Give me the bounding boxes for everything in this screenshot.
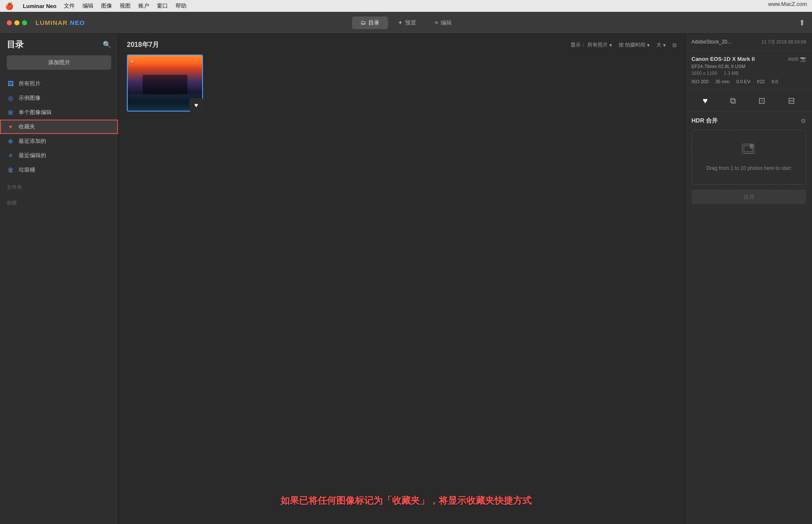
add-photos-button[interactable]: 添加照片 <box>7 55 111 70</box>
aperture: f/22 <box>757 79 765 84</box>
maximize-button[interactable] <box>22 20 27 25</box>
content-month: 2018年7月 <box>127 41 159 49</box>
merge-button[interactable]: 合并 <box>691 190 806 204</box>
edit-overlay-icon: ≡ <box>130 58 134 65</box>
sort-filter[interactable]: 按 拍摄时间 ▾ <box>619 41 650 49</box>
grid-toggle[interactable]: ⊟ <box>672 42 677 48</box>
traffic-lights <box>7 20 27 25</box>
hdr-settings-icon[interactable]: ⚙ <box>801 117 806 124</box>
menu-view[interactable]: 视图 <box>120 2 131 10</box>
menu-account[interactable]: 账户 <box>138 2 149 10</box>
hdr-drop-icon <box>741 142 757 160</box>
hdr-title: HDR 合并 <box>691 117 718 125</box>
recently-added-icon: ⊕ <box>7 138 14 145</box>
main-content: 2018年7月 显示： 所有照片 ▾ 按 拍摄时间 ▾ 大 ▾ <box>118 34 685 524</box>
app-name[interactable]: Luminar Neo <box>23 3 56 9</box>
file-size: 1.3 MB <box>724 71 739 76</box>
menu-help[interactable]: 帮助 <box>176 2 187 10</box>
action-icons: ♥ ⧉ ⊡ ⊟ <box>686 90 812 112</box>
share-button[interactable]: ⬆ <box>799 18 805 27</box>
lens-name: EF24-70mm f/2.8L II USM <box>691 64 806 69</box>
heart-action-button[interactable]: ♥ <box>699 94 711 107</box>
frame-action-button[interactable]: ⊟ <box>785 94 798 107</box>
datetime: 11 7月 2018 08:24:09 <box>761 39 806 45</box>
all-photos-icon: 🖼 <box>7 80 14 87</box>
watermark: www.MacZ.com <box>768 1 807 7</box>
right-panel: AdobeStock_20... 11 7月 2018 08:24:09 Can… <box>685 34 812 524</box>
white-balance: AWB 📷 <box>788 56 806 62</box>
file-name: AdobeStock_20... <box>691 39 732 45</box>
menu-window[interactable]: 窗口 <box>157 2 168 10</box>
single-edit-icon: ⊞ <box>7 109 14 116</box>
size-filter[interactable]: 大 ▾ <box>656 41 666 49</box>
camera-icon: 📷 <box>800 56 806 62</box>
info-header: AdobeStock_20... 11 7月 2018 08:24:09 <box>686 34 812 51</box>
trash-icon: 🗑 <box>7 166 14 173</box>
search-icon[interactable]: 🔍 <box>103 41 111 49</box>
edit-icon: ≡ <box>435 19 438 26</box>
hdr-panel: HDR 合并 ⚙ Drag from 1 to 10 photos here t… <box>686 112 812 524</box>
menu-edit[interactable]: 编辑 <box>82 2 93 10</box>
sidebar-item-all-photos[interactable]: 🖼 所有照片 <box>0 76 118 91</box>
sidebar-item-examples[interactable]: ◎ 示例图像 <box>0 91 118 105</box>
sidebar-header: 目录 🔍 <box>0 39 118 55</box>
menu-image[interactable]: 图像 <box>101 2 112 10</box>
sidebar-item-single-edit[interactable]: ⊞ 单个图像编辑 <box>0 105 118 120</box>
hdr-drop-zone[interactable]: Drag from 1 to 10 photos here to start <box>691 130 806 185</box>
tab-presets[interactable]: ✦ 预置 <box>390 16 425 29</box>
display-filter[interactable]: 显示： 所有照片 ▾ <box>571 41 612 49</box>
content-filters: 显示： 所有照片 ▾ 按 拍摄时间 ▾ 大 ▾ ⊟ <box>571 41 677 49</box>
toolbar-tabs: 🗂 目录 ✦ 预置 ≡ 编辑 <box>352 16 460 29</box>
focal-length: 35 mm <box>715 79 730 84</box>
tab-catalog[interactable]: 🗂 目录 <box>352 16 388 29</box>
sidebar-title: 目录 <box>7 39 24 50</box>
photo-grid: ≡ ♥ <box>118 55 685 112</box>
apple-menu[interactable]: 🍎 <box>5 2 14 10</box>
hdr-drop-text: Drag from 1 to 10 photos here to start <box>706 164 791 172</box>
logo-area: LUMINAR NEO <box>7 19 85 26</box>
favorites-icon: ♥ <box>7 123 14 130</box>
ev: 0.0 EV <box>736 79 750 84</box>
recently-edited-icon: ≡ <box>7 152 14 159</box>
copy-action-button[interactable]: ⧉ <box>727 94 739 107</box>
iso: ISO 200 <box>691 79 708 84</box>
compare-action-button[interactable]: ⊡ <box>755 94 769 107</box>
hdr-header: HDR 合并 ⚙ <box>691 117 806 125</box>
menubar: 🍎 Luminar Neo 文件 编辑 图像 视图 账户 窗口 帮助 www.M… <box>0 0 812 12</box>
sidebar-item-recently-added[interactable]: ⊕ 最近添加的 <box>0 134 118 148</box>
photo-thumbnail[interactable]: ≡ ♥ <box>127 55 203 112</box>
sidebar-item-favorites[interactable]: ♥ 收藏夹 <box>0 120 118 134</box>
minimize-button[interactable] <box>14 20 19 25</box>
app-body: 目录 🔍 添加照片 🖼 所有照片 ◎ 示例图像 ⊞ 单个图像编辑 ♥ 收藏夹 ⊕ <box>0 34 812 524</box>
folders-section-label: 文件夹 <box>0 177 118 193</box>
logo: LUMINAR NEO <box>36 19 85 26</box>
tab-edit[interactable]: ≡ 编辑 <box>426 16 460 29</box>
extra-value: 0.0 <box>771 79 778 84</box>
menu-file[interactable]: 文件 <box>64 2 75 10</box>
presets-icon: ✦ <box>398 19 403 26</box>
camera-model: Canon EOS-1D X Mark II <box>691 56 755 62</box>
camera-info: Canon EOS-1D X Mark II AWB 📷 EF24-70mm f… <box>686 51 812 90</box>
favorite-button[interactable]: ♥ <box>189 98 203 112</box>
catalog-icon: 🗂 <box>360 19 366 26</box>
close-button[interactable] <box>7 20 12 25</box>
content-header: 2018年7月 显示： 所有照片 ▾ 按 拍摄时间 ▾ 大 ▾ <box>118 34 685 55</box>
albums-section-label: 相册 <box>0 193 118 208</box>
sidebar: 目录 🔍 添加照片 🖼 所有照片 ◎ 示例图像 ⊞ 单个图像编辑 ♥ 收藏夹 ⊕ <box>0 34 118 524</box>
toolbar: LUMINAR NEO 🗂 目录 ✦ 预置 ≡ 编辑 ⬆ <box>0 12 812 34</box>
sidebar-item-recently-edited[interactable]: ≡ 最近编辑的 <box>0 148 118 163</box>
bottom-annotation: 如果已将任何图像标记为「收藏夹」，将显示收藏夹快捷方式 <box>280 494 532 507</box>
sidebar-item-trash[interactable]: 🗑 垃圾桶 <box>0 163 118 177</box>
image-dimensions: 1650 x 1100 <box>691 71 717 76</box>
app-window: LUMINAR NEO 🗂 目录 ✦ 预置 ≡ 编辑 ⬆ 目录 🔍 <box>0 12 812 524</box>
examples-icon: ◎ <box>7 95 14 101</box>
